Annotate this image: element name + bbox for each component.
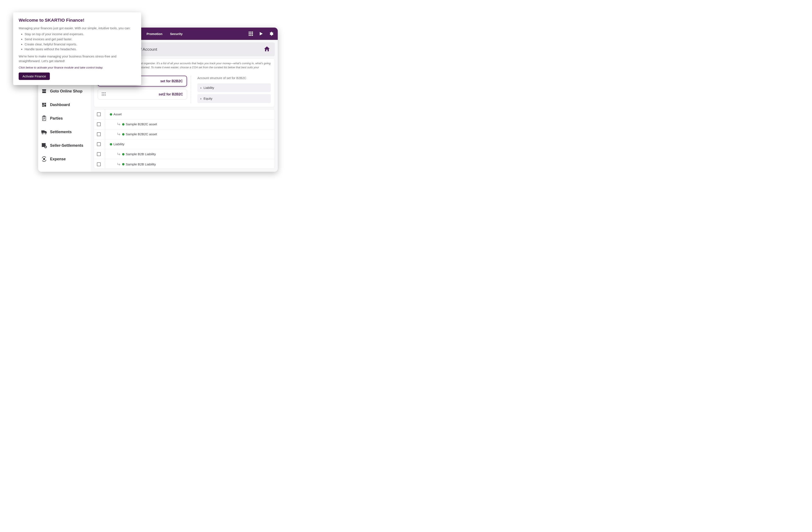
status-dot-icon xyxy=(110,143,112,145)
svg-rect-14 xyxy=(42,105,44,107)
accounts-table: Asset Sample B2B2C asset xyxy=(94,109,275,169)
sub-arrow-icon xyxy=(117,152,121,156)
box-x-icon xyxy=(41,143,47,148)
coa-structure-row[interactable]: › Liability xyxy=(198,83,271,92)
svg-rect-9 xyxy=(252,35,253,36)
chevron-right-icon: › xyxy=(200,85,201,90)
sidebar-item-label: Seller-Settlements xyxy=(50,143,83,148)
welcome-bullet: Send invoices and get paid faster. xyxy=(25,37,136,42)
svg-rect-36 xyxy=(102,95,103,96)
sidebar-item-label: Parties xyxy=(50,116,63,121)
sidebar-item-label: Goto Online Shop xyxy=(50,89,83,94)
account-row: Sample B2B Liability xyxy=(94,149,275,159)
row-checkbox[interactable] xyxy=(97,123,101,126)
dashboard-icon xyxy=(41,102,47,108)
coa-structure-panel: Account structure of set for B2B2C › Lia… xyxy=(198,76,271,103)
grip-icon xyxy=(102,92,105,97)
svg-rect-6 xyxy=(252,33,253,34)
sidebar-item-shop[interactable]: Goto Online Shop xyxy=(38,84,91,98)
sidebar-item-settlements[interactable]: Settlements xyxy=(38,125,91,139)
svg-marker-10 xyxy=(260,32,263,35)
svg-rect-3 xyxy=(252,32,253,33)
chevron-right-icon: › xyxy=(200,96,201,101)
sidebar-item-label: Settlements xyxy=(50,130,72,134)
sub-arrow-icon xyxy=(117,123,121,126)
play-icon[interactable] xyxy=(259,31,263,36)
nav-item-security[interactable]: Security xyxy=(170,32,183,35)
status-dot-icon xyxy=(122,133,125,135)
apps-grid-icon[interactable] xyxy=(248,31,253,36)
welcome-cta-line: Click below to activate your finance mod… xyxy=(19,66,136,70)
account-name: Liability xyxy=(113,142,125,146)
welcome-bullet: Stay on top of your income and expenses. xyxy=(25,32,136,37)
svg-rect-24 xyxy=(42,143,46,144)
welcome-bullet: Create clear, helpful financial reports. xyxy=(25,42,136,47)
svg-rect-33 xyxy=(102,92,103,93)
coa-structure-row[interactable]: › Equity xyxy=(198,94,271,103)
welcome-title: Welcome to SKARTIO Finance! xyxy=(19,17,136,23)
coa-structure-label: Equity xyxy=(204,96,213,101)
coa-set-label: set for B2B2C xyxy=(160,79,183,84)
coa-set-label: set2 for B2B2C xyxy=(159,92,183,97)
sub-arrow-icon xyxy=(117,162,121,166)
svg-rect-37 xyxy=(103,95,104,96)
shop-icon xyxy=(41,88,47,94)
svg-rect-8 xyxy=(250,35,251,36)
row-checkbox[interactable] xyxy=(97,162,101,166)
account-name: Asset xyxy=(113,112,122,116)
account-name: Sample B2B2C asset xyxy=(126,132,157,136)
welcome-outro: We're here to make managing your busines… xyxy=(19,54,136,63)
svg-rect-12 xyxy=(44,103,46,104)
svg-rect-26 xyxy=(43,158,45,160)
svg-rect-4 xyxy=(249,33,250,34)
account-row: Sample B2B Liability xyxy=(94,159,275,169)
refresh-box-icon xyxy=(41,156,47,162)
row-checkbox[interactable] xyxy=(97,112,101,116)
gear-icon[interactable] xyxy=(269,31,274,36)
status-dot-icon xyxy=(122,153,125,155)
sidebar-item-seller-settlements[interactable]: Seller-Settlements xyxy=(38,139,91,152)
svg-rect-16 xyxy=(43,116,45,117)
coa-structure-label: Liability xyxy=(204,85,214,90)
svg-rect-20 xyxy=(41,130,44,133)
svg-point-22 xyxy=(45,133,46,134)
home-icon[interactable] xyxy=(264,46,270,53)
welcome-intro: Managing your finances just got easier. … xyxy=(19,26,136,30)
account-name: Sample B2B Liability xyxy=(126,162,156,166)
status-dot-icon xyxy=(110,113,112,116)
svg-rect-7 xyxy=(249,35,250,36)
sidebar-item-parties[interactable]: Parties xyxy=(38,112,91,125)
svg-rect-1 xyxy=(249,32,250,33)
welcome-bullet: Handle taxes without the headaches. xyxy=(25,47,136,52)
activate-finance-button[interactable]: Activate Finance xyxy=(19,73,50,80)
welcome-modal: Welcome to SKARTIO Finance! Managing you… xyxy=(13,12,141,85)
sidebar-item-expense[interactable]: Expense xyxy=(38,152,91,166)
svg-rect-2 xyxy=(250,32,251,33)
header-actions xyxy=(248,31,274,36)
account-row: Asset xyxy=(94,110,275,119)
svg-rect-5 xyxy=(250,33,251,34)
welcome-bullets: Stay on top of your income and expenses.… xyxy=(19,32,136,52)
svg-rect-13 xyxy=(44,104,46,107)
sidebar-item-dashboard[interactable]: Dashboard xyxy=(38,98,91,112)
sidebar-item-label: Expense xyxy=(50,157,66,161)
svg-point-21 xyxy=(42,133,43,134)
account-row: Sample B2B2C asset xyxy=(94,119,275,129)
row-checkbox[interactable] xyxy=(97,142,101,146)
svg-rect-35 xyxy=(105,92,105,93)
nav-item-promotion[interactable]: Promotion xyxy=(146,32,162,35)
status-dot-icon xyxy=(122,123,125,126)
sub-arrow-icon xyxy=(117,132,121,136)
row-checkbox[interactable] xyxy=(97,152,101,156)
coa-structure-title: Account structure of set for B2B2C xyxy=(198,76,271,80)
coa-set-card[interactable]: set2 for B2B2C xyxy=(98,89,187,99)
svg-rect-38 xyxy=(105,95,105,96)
sidebar-item-label: Dashboard xyxy=(50,103,70,107)
account-name: Sample B2B Liability xyxy=(126,152,156,156)
account-name: Sample B2B2C asset xyxy=(126,123,157,126)
account-row: Sample B2B2C asset xyxy=(94,129,275,139)
row-checkbox[interactable] xyxy=(97,132,101,136)
svg-rect-11 xyxy=(42,103,44,105)
truck-icon xyxy=(41,129,47,135)
status-dot-icon xyxy=(122,163,125,166)
